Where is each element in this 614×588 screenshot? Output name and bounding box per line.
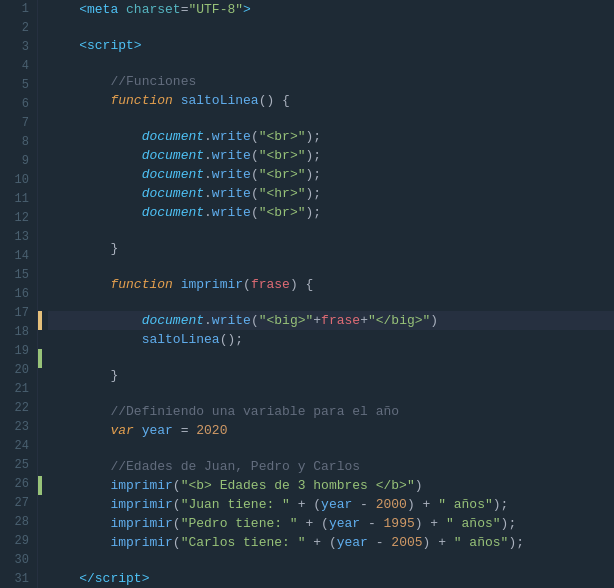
ln-19: 19 (8, 342, 29, 361)
ln-2: 2 (8, 19, 29, 38)
code-line-24: var year = 2020 (48, 421, 614, 440)
ln-18: 18 (8, 323, 29, 342)
ln-23: 23 (8, 418, 29, 437)
code-line-23: //Definiendo una variable para el año (48, 402, 614, 421)
code-line-25 (48, 440, 614, 457)
code-line-26: //Edades de Juan, Pedro y Carlos (48, 457, 614, 476)
code-content: <meta charset="UTF-8"> <script> //Funcio… (38, 0, 614, 588)
code-line-2 (48, 19, 614, 36)
ln-9: 9 (8, 152, 29, 171)
code-line-18: document.write("<big>"+frase+"</big>") (48, 311, 614, 330)
code-line-7 (48, 110, 614, 127)
code-line-10: document.write("<br>"); (48, 165, 614, 184)
code-line-4 (48, 55, 614, 72)
ln-5: 5 (8, 76, 29, 95)
code-line-5: //Funciones (48, 72, 614, 91)
ln-10: 10 (8, 171, 29, 190)
ln-15: 15 (8, 266, 29, 285)
ln-4: 4 (8, 57, 29, 76)
ln-3: 3 (8, 38, 29, 57)
code-line-30: imprimir("Carlos tiene: " + (year - 2005… (48, 533, 614, 552)
code-line-3: <script> (48, 36, 614, 55)
ln-30: 30 (8, 551, 29, 570)
code-line-13 (48, 222, 614, 239)
code-line-32: </script> (48, 569, 614, 588)
code-line-21: } (48, 366, 614, 385)
code-line-29: imprimir("Pedro tiene: " + (year - 1995)… (48, 514, 614, 533)
code-line-11: document.write("<hr>"); (48, 184, 614, 203)
code-line-27: imprimir("<b> Edades de 3 hombres </b>") (48, 476, 614, 495)
code-line-6: function saltoLinea() { (48, 91, 614, 110)
code-line-31 (48, 552, 614, 569)
code-line-28: imprimir("Juan tiene: " + (year - 2000) … (48, 495, 614, 514)
ln-24: 24 (8, 437, 29, 456)
ln-13: 13 (8, 228, 29, 247)
ln-14: 14 (8, 247, 29, 266)
code-line-22 (48, 385, 614, 402)
code-line-12: document.write("<br>"); (48, 203, 614, 222)
code-line-19: saltoLinea(); (48, 330, 614, 349)
ln-29: 29 (8, 532, 29, 551)
ln-11: 11 (8, 190, 29, 209)
ln-16: 16 (8, 285, 29, 304)
code-line-1: <meta charset="UTF-8"> (48, 0, 614, 19)
ln-31: 31 (8, 570, 29, 588)
ln-22: 22 (8, 399, 29, 418)
ln-17: 17 (8, 304, 29, 323)
code-line-20 (48, 349, 614, 366)
ln-28: 28 (8, 513, 29, 532)
code-line-16: function imprimir(frase) { (48, 275, 614, 294)
code-line-15 (48, 258, 614, 275)
ln-25: 25 (8, 456, 29, 475)
code-line-8: document.write("<br>"); (48, 127, 614, 146)
ln-7: 7 (8, 114, 29, 133)
ln-1: 1 (8, 0, 29, 19)
ln-6: 6 (8, 95, 29, 114)
code-line-9: document.write("<br>"); (48, 146, 614, 165)
ln-8: 8 (8, 133, 29, 152)
code-line-17 (48, 294, 614, 311)
code-line-14: } (48, 239, 614, 258)
ln-27: 27 (8, 494, 29, 513)
ln-21: 21 (8, 380, 29, 399)
ln-12: 12 (8, 209, 29, 228)
line-numbers: 1 2 3 4 5 6 7 8 9 10 11 12 13 14 15 16 1… (0, 0, 38, 588)
code-editor: 1 2 3 4 5 6 7 8 9 10 11 12 13 14 15 16 1… (0, 0, 614, 588)
ln-20: 20 (8, 361, 29, 380)
ln-26: 26 (8, 475, 29, 494)
